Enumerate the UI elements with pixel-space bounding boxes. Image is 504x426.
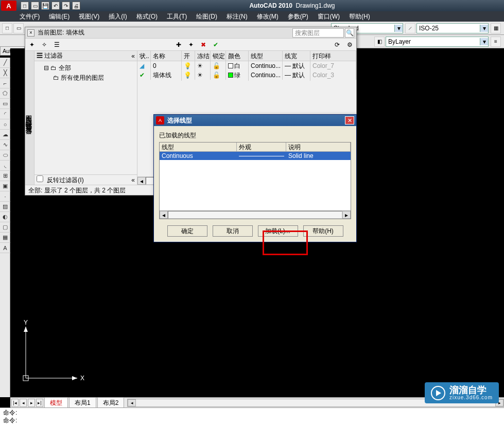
circle-tool-icon[interactable]: ○ xyxy=(0,119,10,130)
command-line[interactable]: 命令: 命令: xyxy=(0,407,504,426)
menu-param[interactable]: 参数(P) xyxy=(288,12,308,21)
revcloud-tool-icon[interactable]: ☁ xyxy=(0,130,10,140)
rect-tool-icon[interactable]: ▭ xyxy=(0,99,10,109)
col-description[interactable]: 说明 xyxy=(286,143,351,151)
new-filter-icon[interactable]: ✚ xyxy=(174,40,183,49)
arc-tool-icon[interactable]: ◜ xyxy=(0,109,10,119)
tab-first-icon[interactable]: |◂ xyxy=(11,399,19,407)
menu-edit[interactable]: 编辑(E) xyxy=(49,12,69,21)
qat-save-icon[interactable]: 💾 xyxy=(41,2,49,10)
tree-used-layers[interactable]: 🗀 所有使用的图层 xyxy=(37,73,135,83)
tab-next-icon[interactable]: ▸ xyxy=(28,399,35,407)
tree-root-all[interactable]: ⊟ 🗀 全部 xyxy=(37,63,135,73)
mtext-tool-icon[interactable]: A xyxy=(0,243,10,253)
set-current-icon[interactable]: ✔ xyxy=(211,40,220,49)
tab-model[interactable]: 模型 xyxy=(44,397,68,409)
invert-filter-checkbox[interactable]: 反转过滤器(I) xyxy=(37,175,84,185)
hscroll-left-icon[interactable]: ◂ xyxy=(128,399,136,406)
new-layer-icon[interactable]: ✦ xyxy=(27,40,37,49)
linetype-icon[interactable]: ≡ xyxy=(491,37,501,47)
table-tool-icon[interactable]: ▦ xyxy=(0,233,10,243)
ellipsearc-tool-icon[interactable]: ◟ xyxy=(0,161,10,171)
menu-draw[interactable]: 绘图(D) xyxy=(196,12,217,21)
col-on[interactable]: 开 xyxy=(182,51,195,61)
menu-format[interactable]: 格式(O) xyxy=(136,12,158,21)
load-button[interactable]: 加载(L)... xyxy=(258,225,298,237)
menu-insert[interactable]: 插入(I) xyxy=(109,12,127,21)
block-tool-icon[interactable]: ▣ xyxy=(0,181,10,191)
settings-icon[interactable]: ⚙ xyxy=(345,40,354,49)
linetype-row-continuous[interactable]: Continuous Solid line xyxy=(160,152,351,160)
xline-tool-icon[interactable]: ╳ xyxy=(0,68,10,78)
col-lineweight[interactable]: 线宽 xyxy=(283,51,310,61)
dim-style-select[interactable]: ISO-25▾ xyxy=(416,23,489,33)
collapse-filter-icon[interactable]: « xyxy=(131,52,135,60)
help-button[interactable]: 帮助(H) xyxy=(303,225,343,237)
col-lock[interactable]: 锁定 xyxy=(211,51,226,61)
dlg-scroll-right-icon[interactable]: ▸ xyxy=(342,211,351,219)
tab-layout1[interactable]: 布局1 xyxy=(69,397,96,409)
table-style-icon[interactable]: ▦ xyxy=(491,23,501,33)
tab-last-icon[interactable]: ▸| xyxy=(36,399,43,407)
qat-undo-icon[interactable]: ↶ xyxy=(51,2,60,10)
region-tool-icon[interactable]: ▢ xyxy=(0,222,10,233)
qat-print-icon[interactable]: 🖨 xyxy=(72,2,80,10)
col-linetype[interactable]: 线型 xyxy=(249,51,283,61)
tab-layout2[interactable]: 布局2 xyxy=(97,397,125,409)
layer-row-wall[interactable]: ✔ 墙体线 💡 ☀ 🔓 绿 Continuo... — 默认 Color_3 xyxy=(137,70,356,80)
polygon-tool-icon[interactable]: ⬠ xyxy=(0,88,10,99)
ok-button[interactable]: 确定 xyxy=(167,225,207,237)
scroll-left-icon[interactable]: ◂ xyxy=(137,177,146,185)
dlg-scroll-left-icon[interactable]: ◂ xyxy=(160,211,168,219)
refresh-icon[interactable]: ⟳ xyxy=(333,40,342,49)
filter-tree[interactable]: ⊟ 🗀 全部 🗀 所有使用的图层 xyxy=(34,61,137,174)
linetype-list[interactable]: 线型 外观 说明 Continuous Solid line ◂ ▸ xyxy=(159,142,351,219)
linetype-hscroll[interactable]: ◂ ▸ xyxy=(160,210,351,219)
ellipse-tool-icon[interactable]: ⬭ xyxy=(0,150,10,161)
qat-redo-icon[interactable]: ↷ xyxy=(62,2,70,10)
delete-layer-icon[interactable]: ✖ xyxy=(199,40,208,49)
col-appearance[interactable]: 外观 xyxy=(237,143,286,151)
pline-tool-icon[interactable]: ⌐ xyxy=(0,78,10,88)
col-linetype[interactable]: 线型 xyxy=(160,143,237,151)
qat-new-icon[interactable]: □ xyxy=(21,2,29,10)
menu-modify[interactable]: 修改(M) xyxy=(257,12,279,21)
new-group-icon[interactable]: ✦ xyxy=(186,40,196,49)
col-name[interactable]: 名称 xyxy=(151,51,182,61)
gradient-tool-icon[interactable]: ◐ xyxy=(0,212,10,222)
qat-open-icon[interactable]: ▭ xyxy=(31,2,39,10)
col-freeze[interactable]: 冻结 xyxy=(195,51,211,61)
tab-prev-icon[interactable]: ◂ xyxy=(20,399,27,407)
point-tool-icon[interactable]: · xyxy=(0,191,10,202)
menu-window[interactable]: 窗口(W) xyxy=(318,12,340,21)
panel-close-icon[interactable]: × xyxy=(27,29,34,37)
menu-view[interactable]: 视图(V) xyxy=(79,12,99,21)
col-color[interactable]: 颜色 xyxy=(226,51,249,61)
layer-states-icon[interactable]: ☰ xyxy=(52,40,61,49)
col-plotstyle[interactable]: 打印样 xyxy=(310,51,356,61)
collapse-invert-icon[interactable]: « xyxy=(131,176,135,184)
window-title: AutoCAD 2010 Drawing1.dwg xyxy=(80,2,504,9)
layer-row-0[interactable]: ◢ 0 💡 ☀ 🔓 白 Continuo... — 默认 Color_7 xyxy=(137,61,356,70)
layer-color-select[interactable]: ByLayer▾ xyxy=(386,37,489,47)
dimstyle-icon[interactable]: ⟋ xyxy=(405,23,415,33)
col-status[interactable]: 状.. xyxy=(137,51,151,61)
line-tool-icon[interactable]: ╱ xyxy=(0,58,10,68)
hatch-tool-icon[interactable]: ▨ xyxy=(0,202,10,212)
menu-help[interactable]: 帮助(H) xyxy=(349,12,370,21)
dialog-titlebar[interactable]: A 选择线型 ✕ xyxy=(154,115,356,126)
dialog-close-icon[interactable]: ✕ xyxy=(345,116,354,125)
insert-tool-icon[interactable]: ⊞ xyxy=(0,171,10,181)
spline-tool-icon[interactable]: ∿ xyxy=(0,140,10,150)
new-layer-vp-icon[interactable]: ✧ xyxy=(40,40,49,49)
menu-dim[interactable]: 标注(N) xyxy=(227,12,248,21)
color-icon[interactable]: ◧ xyxy=(374,37,385,47)
cancel-button[interactable]: 取消 xyxy=(213,225,253,237)
layer-search-input[interactable]: 搜索图层 xyxy=(292,28,344,38)
tool-open-icon[interactable]: ▭ xyxy=(13,23,24,33)
layer-panel-header[interactable]: × 当前图层: 墙体线 搜索图层 🔍 xyxy=(25,27,356,39)
tool-new-icon[interactable]: □ xyxy=(2,23,12,33)
menu-file[interactable]: 文件(F) xyxy=(20,12,40,21)
search-icon[interactable]: 🔍 xyxy=(345,28,354,38)
menu-tools[interactable]: 工具(T) xyxy=(167,12,187,21)
